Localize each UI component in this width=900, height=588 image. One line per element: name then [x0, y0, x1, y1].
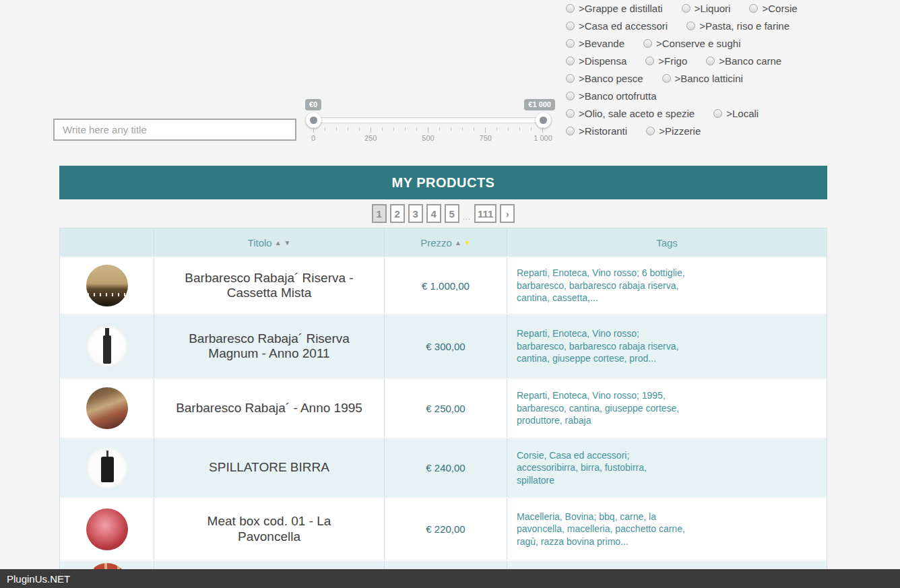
filter-banco-ortofrutta[interactable]: >Banco ortofrutta [566, 90, 657, 102]
slider-track[interactable] [306, 117, 547, 123]
filter-row: >Dispensa >Frigo >Banco carne [566, 55, 835, 67]
filter-conserve-e-sughi[interactable]: >Conserve e sughi [643, 38, 741, 49]
filter-label: >Banco carne [719, 55, 781, 67]
radio-icon[interactable] [566, 57, 575, 65]
title-search-input[interactable] [53, 119, 296, 141]
slider-handle-max[interactable] [536, 112, 551, 128]
radio-icon[interactable] [566, 92, 575, 100]
filter-casa-ed-accessori[interactable]: >Casa ed accessori [566, 20, 668, 32]
product-price-cell: € 300,00 [384, 315, 507, 378]
product-title: Barbaresco Rabaja´ - Anno 1995 [156, 397, 383, 420]
table-row[interactable]: SPILLATORE BIRRA € 240,00 Corsie, Casa e… [60, 437, 827, 497]
page-button-1[interactable]: 1 [372, 204, 387, 223]
product-thumbnail [86, 265, 128, 306]
filter-label: >Banco pesce [579, 73, 643, 84]
filter-locali[interactable]: >Locali [713, 108, 759, 119]
next-page-button[interactable]: › [500, 204, 515, 223]
filter-liquori[interactable]: >Liquori [682, 3, 731, 14]
filter-row: >Grappe e distillati >Liquori >Corsie [566, 2, 835, 14]
filter-olio-sale-aceto-e-spezie[interactable]: >Olio, sale aceto e spezie [566, 108, 695, 119]
watermark-bar: PluginUs.NET [0, 569, 900, 588]
header-titolo[interactable]: Titolo ▲ ▼ [154, 228, 384, 257]
slider-scale [313, 127, 543, 133]
table-row[interactable]: Barbaresco Rabaja´ Riserva Magnum - Anno… [60, 313, 827, 378]
radio-icon[interactable] [643, 39, 652, 48]
page: >Grappe e distillati >Liquori >Corsie >C… [0, 0, 900, 588]
products-table: Titolo ▲ ▼ Prezzo ▲ ▼ Tags Barbaresco Ra… [59, 228, 827, 570]
price-range-slider: €0 €1 000 0 250 500 750 1 000 [304, 99, 555, 143]
radio-icon[interactable] [566, 22, 575, 30]
table-row[interactable]: Barbaresco Rabaja´ - Anno 1995 € 250,00 … [60, 378, 827, 437]
page-button-last[interactable]: 111 [474, 204, 496, 223]
tick-label: 500 [422, 134, 434, 142]
product-price: € 300,00 [426, 341, 465, 352]
filter-pasta-riso-e-farine[interactable]: >Pasta, riso e farine [686, 20, 790, 32]
filter-pizzerie[interactable]: >Pizzerie [646, 125, 701, 137]
tick-label: 750 [480, 134, 492, 142]
page-button-5[interactable]: 5 [445, 204, 459, 223]
product-title: Meat box cod. 01 - La Pavoncella [154, 510, 384, 548]
pagination: 1 2 3 4 5 ... 111 › [59, 204, 827, 223]
filter-label: >Liquori [695, 3, 731, 14]
filter-row: >Ristoranti >Pizzerie [566, 125, 835, 137]
filter-label: >Grappe e distillati [579, 3, 663, 14]
tick-label: 250 [364, 134, 377, 142]
header-prezzo[interactable]: Prezzo ▲ ▼ [384, 228, 507, 257]
page-button-3[interactable]: 3 [408, 204, 423, 223]
sort-desc-icon-active[interactable]: ▼ [464, 239, 471, 247]
filter-banco-latticini[interactable]: >Banco latticini [662, 73, 743, 84]
radio-icon[interactable] [749, 4, 758, 13]
page-button-4[interactable]: 4 [426, 204, 441, 223]
product-price-cell: € 1.000,00 [384, 258, 507, 313]
filter-frigo[interactable]: >Frigo [645, 55, 687, 67]
min-price-tooltip: €0 [305, 99, 321, 110]
filter-label: >Casa ed accessori [579, 20, 668, 32]
radio-icon[interactable] [646, 127, 655, 135]
product-tags-cell: Reparti, Enoteca, Vino rosso; barbaresco… [507, 315, 827, 378]
radio-icon[interactable] [713, 109, 722, 118]
product-image-cell [60, 379, 154, 437]
product-price-cell: € 250,00 [384, 379, 507, 437]
banner-title: MY PRODUCTS [392, 175, 495, 191]
filter-label: >Pasta, riso e farine [699, 20, 790, 32]
table-row[interactable]: Barbaresco Rabaja´ Riserva - Cassetta Mi… [60, 257, 827, 313]
sort-desc-icon[interactable]: ▼ [284, 239, 291, 247]
sort-asc-icon[interactable]: ▲ [275, 239, 282, 247]
filter-corsie[interactable]: >Corsie [749, 3, 797, 14]
radio-icon[interactable] [682, 4, 690, 13]
sort-asc-icon[interactable]: ▲ [455, 239, 461, 247]
product-title: Barbaresco Rabaja´ Riserva - Cassetta Mi… [154, 267, 384, 305]
filter-banco-pesce[interactable]: >Banco pesce [566, 73, 643, 84]
header-image-column [60, 228, 154, 257]
table-row[interactable]: Meat box cod. 01 - La Pavoncella € 220,0… [60, 497, 827, 560]
product-tags: Macelleria, Bovina; bbq, carne, la pavon… [517, 511, 686, 548]
radio-icon[interactable] [566, 109, 575, 118]
radio-icon[interactable] [662, 74, 671, 83]
chevron-right-icon: › [506, 208, 509, 220]
filter-ristoranti[interactable]: >Ristoranti [566, 125, 627, 137]
product-thumbnail [86, 509, 128, 550]
slider-handle-min[interactable] [306, 112, 321, 128]
product-image-cell [60, 315, 154, 378]
radio-icon[interactable] [706, 57, 715, 65]
table-row-partial[interactable] [60, 560, 827, 570]
product-price: € 250,00 [426, 403, 465, 414]
page-button-2[interactable]: 2 [390, 204, 405, 223]
radio-icon[interactable] [566, 4, 575, 13]
filter-grappe-e-distillati[interactable]: >Grappe e distillati [566, 3, 663, 14]
max-price-tooltip: €1 000 [524, 99, 555, 110]
product-image-cell [60, 438, 154, 497]
radio-icon[interactable] [686, 22, 695, 30]
filter-bevande[interactable]: >Bevande [566, 38, 624, 49]
filter-dispensa[interactable]: >Dispensa [566, 55, 626, 67]
header-tags: Tags [507, 228, 827, 257]
filter-banco-carne[interactable]: >Banco carne [706, 55, 781, 67]
radio-icon[interactable] [566, 39, 575, 48]
product-price: € 220,00 [426, 523, 465, 535]
product-thumbnail [86, 447, 128, 489]
slider-scale-labels: 0 250 500 750 1 000 [313, 134, 543, 143]
radio-icon[interactable] [566, 74, 575, 83]
product-price: € 240,00 [426, 462, 465, 473]
radio-icon[interactable] [566, 127, 575, 135]
radio-icon[interactable] [645, 57, 654, 65]
